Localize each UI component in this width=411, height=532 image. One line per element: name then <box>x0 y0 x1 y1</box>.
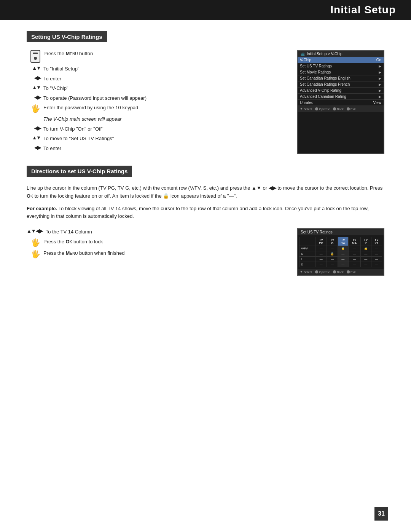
col-header-tvpg: TVPG <box>315 237 327 246</box>
step-text: Press the MENU button when finished <box>43 249 124 257</box>
cell: — <box>315 257 327 262</box>
cell-lock: 🔒 <box>338 246 348 251</box>
table-header-row: TVPG TVG TV14 TVMA TVY TVY7 <box>299 237 382 246</box>
step-row: The V-Chip main screen will appear <box>27 115 289 123</box>
arrows-updown-icon: ▲▼ <box>27 135 40 141</box>
step-text: To operate (Password input screen will a… <box>43 94 147 102</box>
step-row: 🖐 Press the OK button to lock <box>27 238 289 247</box>
menu-row-value: ▶ <box>379 70 381 74</box>
row-label-vfv: V/FV <box>299 246 315 251</box>
menu-row-value: View <box>373 101 382 105</box>
step-row: ◀▶ To enter <box>27 75 289 83</box>
menu-row-value: ▶ <box>379 89 381 93</box>
col-header-tv14: TV14 <box>338 237 348 246</box>
cell: — <box>348 257 360 262</box>
hand-remote3-icon: 🖐 <box>27 249 40 259</box>
cell: — <box>348 262 360 267</box>
step-row: ◀▶ To enter <box>27 145 289 152</box>
footer-exit-2: Exit <box>347 270 355 274</box>
menu-row-value: ▶ <box>379 64 381 68</box>
table-row: V/FV — — 🔒 — 🔒 — <box>299 246 382 251</box>
step-row: ◀▶ To turn V-Chip "On" or "Off" <box>27 125 289 133</box>
step-text: The V-Chip main screen will appear <box>43 115 121 123</box>
hand-remote2-icon: 🖐 <box>27 238 40 247</box>
step-row: ◀▶ To operate (Password input screen wil… <box>27 94 289 102</box>
step-row: Press the MENU button <box>27 50 289 63</box>
step-text: To the TV 14 Column <box>46 228 92 236</box>
step-text: Press the OK button to lock <box>43 238 103 246</box>
table-row: D — — — — — — <box>299 262 382 267</box>
menu-row-value: ▶ <box>379 83 381 86</box>
col-header-tvy: TVY <box>360 237 371 246</box>
section2: Directions to set US V-Chip Ratings Line… <box>27 166 384 276</box>
step-text: To enter <box>43 145 61 152</box>
menu-row: V-Chip On <box>298 57 384 63</box>
screen-header-2: Set US TV Ratings <box>298 229 384 235</box>
menu-row: Set US TV Ratings ▶ <box>298 63 384 69</box>
menu-row-label: Set Canadian Ratings English <box>300 76 350 80</box>
screen-footer-2: ✦ Select Operate Back Exit <box>298 269 384 275</box>
menu-row: Advanced Canadian Rating ▶ <box>298 94 384 100</box>
table-row: L — — — — — — <box>299 257 382 262</box>
bold-example-text: For example. <box>27 206 57 211</box>
menu-row-label: Set Movie Ratings <box>300 70 331 74</box>
section1-heading: Setting US V-Chip Ratings <box>27 31 107 42</box>
cell: — <box>360 251 371 257</box>
menu-row: Set Canadian Ratings English ▶ <box>298 75 384 81</box>
section2-heading: Directions to set US V-Chip Ratings <box>27 166 132 177</box>
cell: — <box>371 257 382 262</box>
menu-row-value: On <box>376 58 381 62</box>
screen-header-icon: 📺 <box>301 52 305 56</box>
step-text: To move to "Set US TV Ratings" <box>43 135 114 142</box>
cell: — <box>371 251 382 257</box>
section1: Setting US V-Chip Ratings Press the MENU… <box>27 31 384 154</box>
cell: — <box>338 251 348 257</box>
step-text: Press the MENU button <box>43 50 93 58</box>
step-row: ▲▼ To "Initial Setup" <box>27 65 289 73</box>
cell: — <box>371 262 382 267</box>
steps-list-2: ▲▼◀▶ To the TV 14 Column 🖐 Press the OK … <box>27 228 289 276</box>
step-text: To turn V-Chip "On" or "Off" <box>43 125 104 133</box>
section1-steps-area: Press the MENU button ▲▼ To "Initial Set… <box>27 50 384 154</box>
step-row: ▲▼ To "V-Chip" <box>27 85 289 92</box>
section2-steps-area: ▲▼◀▶ To the TV 14 Column 🖐 Press the OK … <box>27 228 384 276</box>
menu-row: Unrated View <box>298 100 384 106</box>
row-label-s: S <box>299 251 315 257</box>
step-row: 🖐 Press the MENU button when finished <box>27 249 289 259</box>
col-header-empty <box>299 237 315 246</box>
remote-icon <box>27 50 40 63</box>
footer-operate-2: Operate <box>315 270 330 274</box>
menu-row: Set Movie Ratings ▶ <box>298 69 384 75</box>
ratings-table: TVPG TVG TV14 TVMA TVY TVY7 V/FV <box>299 237 382 267</box>
footer-select-2: ✦ Select <box>300 270 312 274</box>
step-text: Enter the password by using the 10 keypa… <box>43 104 138 112</box>
cell: — <box>315 251 327 257</box>
cell: — <box>315 262 327 267</box>
footer-select: ✦ Select <box>300 107 312 111</box>
footer-back-2: Back <box>333 270 344 274</box>
row-label-d: D <box>299 262 315 267</box>
hand-remote-icon: 🖐 <box>27 104 40 113</box>
col-header-tvg: TVG <box>327 237 338 246</box>
page-number: 31 <box>374 507 388 521</box>
arrows-leftright-icon: ◀▶ <box>27 145 40 150</box>
cell: — <box>315 246 327 251</box>
menu-row-label: V-Chip <box>300 58 311 62</box>
cell: — <box>371 246 382 251</box>
cell: — <box>338 262 348 267</box>
menu-row-label: Set US TV Ratings <box>300 64 332 68</box>
cell: — <box>348 251 360 257</box>
step-text: To enter <box>43 75 61 83</box>
step-row: 🖐 Enter the password by using the 10 key… <box>27 104 289 113</box>
cell-lock: 🔒 <box>360 246 371 251</box>
menu-row-label: Advanced Canadian Rating <box>300 94 346 99</box>
screen-footer: ✦ Select Operate Back Exit <box>298 106 384 112</box>
arrows-leftright-icon: ◀▶ <box>27 75 40 81</box>
menu-row: Advanced V-Chip Rating ▶ <box>298 88 384 94</box>
page-title: Initial Setup <box>0 0 411 20</box>
steps-list: Press the MENU button ▲▼ To "Initial Set… <box>27 50 289 154</box>
section2-heading-text: Directions to set US V-Chip Ratings <box>31 168 127 174</box>
ratings-tbody: V/FV — — 🔒 — 🔒 — S — 🔒 <box>299 246 382 267</box>
menu-row-value: ▶ <box>379 77 381 80</box>
arrows-combo-icon: ▲▼◀▶ <box>27 228 43 234</box>
